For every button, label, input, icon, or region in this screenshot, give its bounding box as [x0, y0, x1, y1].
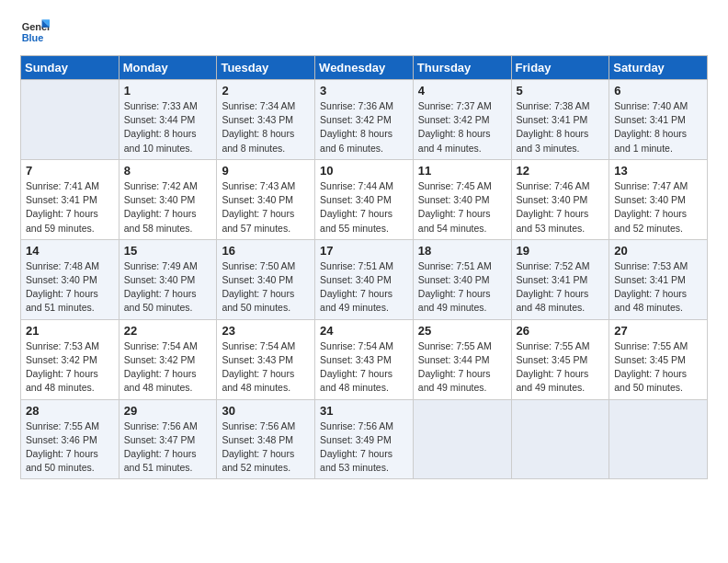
- day-info: Sunrise: 7:54 AMSunset: 3:43 PMDaylight:…: [320, 339, 408, 396]
- day-info: Sunrise: 7:54 AMSunset: 3:42 PMDaylight:…: [124, 339, 212, 396]
- day-number: 31: [320, 404, 408, 418]
- day-number: 17: [320, 244, 408, 258]
- week-row-4: 21Sunrise: 7:53 AMSunset: 3:42 PMDayligh…: [21, 319, 708, 399]
- day-cell: 21Sunrise: 7:53 AMSunset: 3:42 PMDayligh…: [21, 319, 119, 399]
- weekday-header-tuesday: Tuesday: [217, 56, 315, 80]
- day-number: 14: [26, 244, 114, 258]
- day-number: 15: [124, 244, 212, 258]
- weekday-header-friday: Friday: [511, 56, 609, 80]
- day-cell: 12Sunrise: 7:46 AMSunset: 3:40 PMDayligh…: [511, 159, 609, 239]
- day-number: 6: [614, 84, 702, 98]
- day-number: 4: [418, 84, 506, 98]
- day-number: 28: [26, 404, 114, 418]
- day-cell: 31Sunrise: 7:56 AMSunset: 3:49 PMDayligh…: [315, 399, 414, 479]
- day-number: 22: [124, 324, 212, 338]
- logo-icon: General Blue: [20, 17, 50, 46]
- day-cell: 4Sunrise: 7:37 AMSunset: 3:42 PMDaylight…: [413, 80, 511, 160]
- day-info: Sunrise: 7:55 AMSunset: 3:45 PMDaylight:…: [614, 339, 702, 396]
- day-cell: 13Sunrise: 7:47 AMSunset: 3:40 PMDayligh…: [609, 159, 708, 239]
- week-row-2: 7Sunrise: 7:41 AMSunset: 3:41 PMDaylight…: [21, 159, 708, 239]
- day-info: Sunrise: 7:41 AMSunset: 3:41 PMDaylight:…: [26, 179, 114, 236]
- calendar: SundayMondayTuesdayWednesdayThursdayFrid…: [20, 55, 708, 479]
- day-cell: 30Sunrise: 7:56 AMSunset: 3:48 PMDayligh…: [217, 399, 315, 479]
- day-number: 20: [614, 244, 702, 258]
- day-number: 11: [418, 164, 506, 178]
- week-row-3: 14Sunrise: 7:48 AMSunset: 3:40 PMDayligh…: [21, 239, 708, 319]
- day-info: Sunrise: 7:45 AMSunset: 3:40 PMDaylight:…: [418, 179, 506, 236]
- week-row-1: 1Sunrise: 7:33 AMSunset: 3:44 PMDaylight…: [21, 80, 708, 160]
- day-info: Sunrise: 7:44 AMSunset: 3:40 PMDaylight:…: [320, 179, 408, 236]
- day-info: Sunrise: 7:50 AMSunset: 3:40 PMDaylight:…: [222, 259, 310, 316]
- day-info: Sunrise: 7:36 AMSunset: 3:42 PMDaylight:…: [320, 99, 408, 155]
- day-info: Sunrise: 7:54 AMSunset: 3:43 PMDaylight:…: [222, 339, 310, 396]
- day-info: Sunrise: 7:38 AMSunset: 3:41 PMDaylight:…: [517, 99, 605, 155]
- day-cell: [21, 80, 119, 160]
- day-number: 21: [26, 324, 114, 338]
- day-cell: 6Sunrise: 7:40 AMSunset: 3:41 PMDaylight…: [609, 80, 708, 160]
- day-cell: 2Sunrise: 7:34 AMSunset: 3:43 PMDaylight…: [217, 80, 315, 160]
- day-cell: 25Sunrise: 7:55 AMSunset: 3:44 PMDayligh…: [413, 319, 511, 399]
- day-info: Sunrise: 7:55 AMSunset: 3:45 PMDaylight:…: [517, 339, 605, 396]
- day-info: Sunrise: 7:34 AMSunset: 3:43 PMDaylight:…: [222, 99, 310, 155]
- day-cell: 3Sunrise: 7:36 AMSunset: 3:42 PMDaylight…: [315, 80, 414, 160]
- day-info: Sunrise: 7:53 AMSunset: 3:41 PMDaylight:…: [614, 259, 702, 316]
- day-cell: 16Sunrise: 7:50 AMSunset: 3:40 PMDayligh…: [217, 239, 315, 319]
- day-info: Sunrise: 7:51 AMSunset: 3:40 PMDaylight:…: [418, 259, 506, 316]
- day-number: 13: [614, 164, 702, 178]
- day-cell: 5Sunrise: 7:38 AMSunset: 3:41 PMDaylight…: [511, 80, 609, 160]
- day-cell: 20Sunrise: 7:53 AMSunset: 3:41 PMDayligh…: [609, 239, 708, 319]
- day-info: Sunrise: 7:46 AMSunset: 3:40 PMDaylight:…: [517, 179, 605, 236]
- day-number: 19: [517, 244, 605, 258]
- weekday-header-sunday: Sunday: [21, 56, 119, 80]
- day-cell: [511, 399, 609, 479]
- day-number: 8: [124, 164, 212, 178]
- day-info: Sunrise: 7:48 AMSunset: 3:40 PMDaylight:…: [26, 259, 114, 316]
- day-cell: 23Sunrise: 7:54 AMSunset: 3:43 PMDayligh…: [217, 319, 315, 399]
- day-info: Sunrise: 7:56 AMSunset: 3:48 PMDaylight:…: [222, 419, 310, 476]
- day-number: 9: [222, 164, 310, 178]
- day-number: 30: [222, 404, 310, 418]
- day-cell: 24Sunrise: 7:54 AMSunset: 3:43 PMDayligh…: [315, 319, 414, 399]
- day-number: 16: [222, 244, 310, 258]
- week-row-5: 28Sunrise: 7:55 AMSunset: 3:46 PMDayligh…: [21, 399, 708, 479]
- day-cell: 26Sunrise: 7:55 AMSunset: 3:45 PMDayligh…: [511, 319, 609, 399]
- day-cell: [609, 399, 708, 479]
- day-number: 25: [418, 324, 506, 338]
- weekday-header-thursday: Thursday: [413, 56, 511, 80]
- day-number: 24: [320, 324, 408, 338]
- day-number: 5: [517, 84, 605, 98]
- day-cell: 17Sunrise: 7:51 AMSunset: 3:40 PMDayligh…: [315, 239, 414, 319]
- day-cell: 11Sunrise: 7:45 AMSunset: 3:40 PMDayligh…: [413, 159, 511, 239]
- day-info: Sunrise: 7:33 AMSunset: 3:44 PMDaylight:…: [124, 99, 212, 155]
- weekday-header-monday: Monday: [119, 56, 217, 80]
- day-number: 12: [517, 164, 605, 178]
- day-info: Sunrise: 7:52 AMSunset: 3:41 PMDaylight:…: [517, 259, 605, 316]
- day-cell: 27Sunrise: 7:55 AMSunset: 3:45 PMDayligh…: [609, 319, 708, 399]
- day-info: Sunrise: 7:56 AMSunset: 3:49 PMDaylight:…: [320, 419, 408, 476]
- day-cell: 7Sunrise: 7:41 AMSunset: 3:41 PMDaylight…: [21, 159, 119, 239]
- day-info: Sunrise: 7:43 AMSunset: 3:40 PMDaylight:…: [222, 179, 310, 236]
- day-number: 18: [418, 244, 506, 258]
- day-number: 7: [26, 164, 114, 178]
- logo: General Blue: [20, 17, 51, 46]
- day-cell: 1Sunrise: 7:33 AMSunset: 3:44 PMDaylight…: [119, 80, 217, 160]
- weekday-header-row: SundayMondayTuesdayWednesdayThursdayFrid…: [21, 56, 708, 80]
- day-info: Sunrise: 7:49 AMSunset: 3:40 PMDaylight:…: [124, 259, 212, 316]
- day-cell: 18Sunrise: 7:51 AMSunset: 3:40 PMDayligh…: [413, 239, 511, 319]
- day-number: 27: [614, 324, 702, 338]
- day-cell: 22Sunrise: 7:54 AMSunset: 3:42 PMDayligh…: [119, 319, 217, 399]
- day-cell: 15Sunrise: 7:49 AMSunset: 3:40 PMDayligh…: [119, 239, 217, 319]
- day-number: 2: [222, 84, 310, 98]
- header: General Blue: [20, 17, 708, 46]
- day-info: Sunrise: 7:55 AMSunset: 3:44 PMDaylight:…: [418, 339, 506, 396]
- day-info: Sunrise: 7:37 AMSunset: 3:42 PMDaylight:…: [418, 99, 506, 155]
- day-cell: 29Sunrise: 7:56 AMSunset: 3:47 PMDayligh…: [119, 399, 217, 479]
- day-number: 23: [222, 324, 310, 338]
- day-number: 1: [124, 84, 212, 98]
- day-cell: 9Sunrise: 7:43 AMSunset: 3:40 PMDaylight…: [217, 159, 315, 239]
- day-cell: 28Sunrise: 7:55 AMSunset: 3:46 PMDayligh…: [21, 399, 119, 479]
- day-number: 10: [320, 164, 408, 178]
- weekday-header-saturday: Saturday: [609, 56, 708, 80]
- day-cell: 8Sunrise: 7:42 AMSunset: 3:40 PMDaylight…: [119, 159, 217, 239]
- day-cell: 19Sunrise: 7:52 AMSunset: 3:41 PMDayligh…: [511, 239, 609, 319]
